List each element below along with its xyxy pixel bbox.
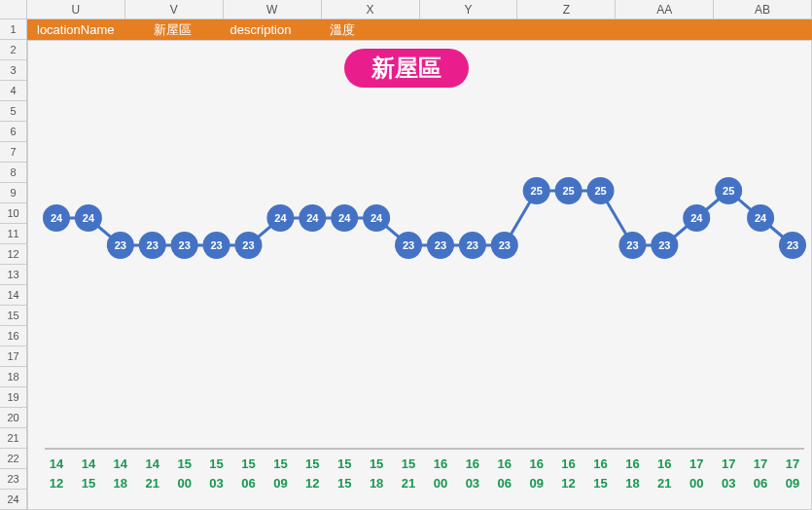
svg-text:14: 14 [146, 456, 160, 471]
svg-text:25: 25 [594, 185, 606, 197]
svg-text:24: 24 [371, 212, 383, 224]
svg-text:18: 18 [114, 476, 127, 491]
svg-text:23: 23 [467, 239, 478, 251]
row-header-8[interactable]: 8 [0, 163, 27, 183]
svg-text:15: 15 [82, 476, 95, 491]
svg-text:15: 15 [209, 456, 223, 471]
row-header-14[interactable]: 14 [0, 285, 27, 306]
svg-text:24: 24 [83, 212, 95, 224]
svg-text:23: 23 [499, 239, 511, 251]
svg-text:16: 16 [498, 456, 512, 471]
svg-text:14: 14 [50, 456, 64, 471]
svg-text:23: 23 [179, 239, 191, 251]
svg-text:12: 12 [50, 476, 63, 491]
svg-text:09: 09 [273, 476, 287, 491]
svg-text:23: 23 [435, 239, 446, 251]
row-header-19[interactable]: 19 [0, 387, 27, 408]
svg-text:17: 17 [754, 456, 767, 471]
svg-text:15: 15 [402, 456, 415, 471]
col-header-V[interactable]: V [125, 0, 224, 19]
svg-text:21: 21 [402, 476, 415, 491]
svg-text:12: 12 [561, 476, 575, 491]
row-header-13[interactable]: 13 [0, 265, 27, 285]
svg-text:25: 25 [723, 185, 734, 197]
svg-text:23: 23 [115, 239, 126, 251]
svg-text:15: 15 [593, 476, 607, 491]
svg-text:03: 03 [466, 476, 479, 491]
svg-text:23: 23 [210, 239, 222, 251]
svg-text:03: 03 [722, 476, 735, 491]
row-header-21[interactable]: 21 [0, 428, 27, 449]
svg-text:16: 16 [657, 456, 671, 471]
row-header-22[interactable]: 22 [0, 449, 27, 469]
col-header-Y[interactable]: Y [420, 0, 518, 19]
svg-text:25: 25 [531, 185, 543, 197]
line-chart[interactable]: 2424232323232324242424232323232525252323… [27, 40, 812, 510]
svg-text:00: 00 [434, 476, 447, 491]
row-header-16[interactable]: 16 [0, 326, 27, 346]
row-header-10[interactable]: 10 [0, 203, 27, 224]
svg-text:23: 23 [242, 239, 254, 251]
svg-text:16: 16 [466, 456, 479, 471]
svg-text:09: 09 [529, 476, 543, 491]
svg-text:24: 24 [306, 212, 319, 224]
col-header-W[interactable]: W [224, 0, 322, 19]
svg-text:16: 16 [561, 456, 575, 471]
header-val-2: 溫度 [330, 21, 355, 39]
svg-text:00: 00 [177, 476, 191, 491]
svg-text:15: 15 [241, 456, 255, 471]
svg-text:17: 17 [722, 456, 735, 471]
svg-text:21: 21 [657, 476, 671, 491]
svg-text:06: 06 [241, 476, 255, 491]
row-header-17[interactable]: 17 [0, 346, 27, 367]
svg-text:14: 14 [82, 456, 96, 471]
col-header-U[interactable]: U [27, 0, 125, 19]
svg-text:15: 15 [273, 456, 287, 471]
header-val-1: 新屋區 [154, 21, 192, 39]
row-header-20[interactable]: 20 [0, 408, 27, 428]
svg-text:17: 17 [786, 456, 799, 471]
row-header-12[interactable]: 12 [0, 244, 27, 265]
svg-text:15: 15 [177, 456, 191, 471]
header-key-1: locationName [37, 22, 115, 37]
row-header-11[interactable]: 11 [0, 224, 27, 244]
svg-text:24: 24 [51, 212, 63, 224]
row-header-5[interactable]: 5 [0, 101, 27, 122]
svg-text:16: 16 [434, 456, 447, 471]
row-header-24[interactable]: 24 [0, 490, 27, 510]
svg-text:24: 24 [690, 212, 703, 224]
svg-text:00: 00 [689, 476, 703, 491]
svg-text:18: 18 [625, 476, 639, 491]
row-header-3[interactable]: 3 [0, 60, 27, 81]
svg-text:23: 23 [626, 239, 638, 251]
col-header-X[interactable]: X [322, 0, 420, 19]
row-header-9[interactable]: 9 [0, 183, 27, 203]
svg-text:23: 23 [658, 239, 670, 251]
svg-text:25: 25 [562, 185, 574, 197]
svg-text:23: 23 [787, 239, 798, 251]
col-header-AB[interactable]: AB [714, 0, 812, 19]
svg-text:21: 21 [146, 476, 159, 491]
row-headers: 123456789101112131415161718192021222324 [0, 19, 27, 510]
svg-text:15: 15 [370, 456, 383, 471]
col-header-Z[interactable]: Z [517, 0, 616, 19]
svg-text:14: 14 [114, 456, 128, 471]
svg-text:23: 23 [147, 239, 159, 251]
svg-text:15: 15 [337, 456, 351, 471]
svg-text:12: 12 [305, 476, 319, 491]
row-header-6[interactable]: 6 [0, 122, 27, 142]
svg-text:23: 23 [403, 239, 414, 251]
row-header-2[interactable]: 2 [0, 40, 27, 60]
header-key-2: description [230, 22, 292, 37]
row-header-7[interactable]: 7 [0, 142, 27, 163]
row-header-18[interactable]: 18 [0, 367, 27, 387]
row-header-4[interactable]: 4 [0, 81, 27, 101]
svg-text:24: 24 [274, 212, 287, 224]
svg-text:17: 17 [689, 456, 703, 471]
col-header-AA[interactable]: AA [616, 0, 714, 19]
row-header-1[interactable]: 1 [0, 19, 27, 40]
row-header-23[interactable]: 23 [0, 469, 27, 490]
svg-text:06: 06 [754, 476, 767, 491]
select-all-corner[interactable] [0, 0, 27, 19]
row-header-15[interactable]: 15 [0, 306, 27, 326]
